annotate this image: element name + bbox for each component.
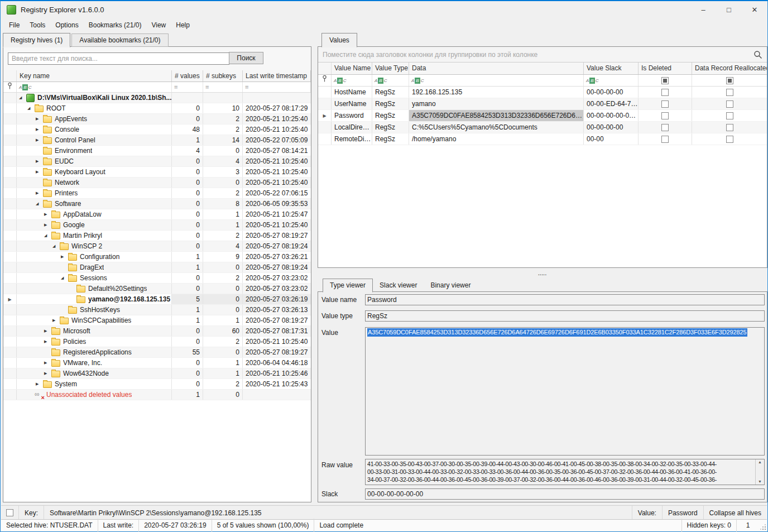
tree-row[interactable]: ▶ Configuration 1 9 2020-05-27 03:26:21 <box>3 252 311 262</box>
expand-icon[interactable]: ▶ <box>52 318 60 323</box>
tree-row[interactable]: Default%20Settings 0 0 2020-05-27 03:23:… <box>3 284 311 294</box>
indeterminate-checkbox[interactable] <box>661 77 669 84</box>
search-icon[interactable] <box>753 50 762 59</box>
search-button[interactable]: Поиск <box>229 52 263 64</box>
column-data[interactable]: Data <box>409 63 584 74</box>
menu-tools[interactable]: Tools <box>25 20 50 31</box>
indeterminate-checkbox[interactable] <box>726 77 733 84</box>
column-key-name[interactable]: Key name <box>17 70 172 82</box>
tree-row[interactable]: ▶ Policies 0 2 2020-05-21 10:25:40 <box>3 337 311 347</box>
vertical-splitter[interactable] <box>311 46 318 502</box>
checkbox[interactable] <box>661 136 669 143</box>
tree-row[interactable]: ▶ Keyboard Layout 0 3 2020-05-21 10:25:4… <box>3 167 311 178</box>
tab-available-bookmarks[interactable]: Available bookmarks (21/0) <box>71 33 168 47</box>
expand-icon[interactable]: ▶ <box>36 170 43 174</box>
expand-icon[interactable]: ▶ <box>44 371 51 376</box>
tree-row[interactable]: ▶ Google 0 1 2020-05-21 10:25:40 <box>3 220 311 231</box>
key-name-filter[interactable] <box>17 82 172 92</box>
raw-value-field[interactable]: 41-00-33-00-35-00-43-00-37-00-30-00-35-0… <box>365 459 765 485</box>
tree-row[interactable]: ▶ WinSCPCapabilities 1 1 2020-05-27 08:1… <box>3 315 311 326</box>
tree-row[interactable]: ▶ AppEvents 0 2 2020-05-21 10:25:40 <box>3 114 311 124</box>
checkbox[interactable] <box>726 136 733 143</box>
tree-row[interactable]: RegisteredApplications 55 0 2020-05-27 0… <box>3 347 311 358</box>
column-is-deleted[interactable]: Is Deleted <box>639 63 692 74</box>
menu-options[interactable]: Options <box>50 20 83 31</box>
horizontal-splitter[interactable] <box>318 270 767 278</box>
menu-file[interactable]: File <box>4 20 25 31</box>
value-name-filter[interactable] <box>332 75 372 86</box>
search-input[interactable] <box>8 52 229 65</box>
tree-row[interactable]: ◢ Software 0 8 2020-06-05 09:35:53 <box>3 199 311 209</box>
timestamp-filter[interactable] <box>243 82 311 92</box>
tree-row[interactable]: ▶ Console 48 2 2020-05-21 10:25:40 <box>3 124 311 135</box>
maximize-button[interactable]: □ <box>716 1 742 18</box>
tree-row[interactable]: ▶ yamano@192.168.125.135 5 0 2020-05-27 … <box>3 294 311 305</box>
tree-row[interactable]: DragExt 1 0 2020-05-27 08:19:24 <box>3 262 311 273</box>
expand-icon[interactable]: ▶ <box>44 223 51 227</box>
tab-registry-hives[interactable]: Registry hives (1) <box>3 33 70 47</box>
tab-slack-viewer[interactable]: Slack viewer <box>373 279 424 292</box>
value-type-filter[interactable] <box>372 75 409 86</box>
checkbox[interactable] <box>726 89 733 96</box>
raw-value-scrollbar[interactable]: ▲ ▼ <box>755 459 764 485</box>
value-field[interactable]: A35C7059DC0FAE8584253D313D32336D656E726D… <box>365 327 765 456</box>
collapse-all-hives-button[interactable]: Collapse all hives <box>704 509 767 517</box>
checkbox[interactable] <box>661 100 669 108</box>
tree-row[interactable]: ◢ D:\VMs\VirtualBox\Kali Linux 2020.1b\S… <box>3 93 311 103</box>
close-button[interactable]: ✕ <box>742 1 767 18</box>
reallocated-filter[interactable] <box>692 75 767 86</box>
expand-icon[interactable]: ▶ <box>61 255 68 259</box>
column-num-values[interactable]: # values <box>172 70 203 82</box>
subkeys-filter[interactable] <box>203 82 243 92</box>
tree-row[interactable]: ▶ Control Panel 1 14 2020-05-22 07:05:09 <box>3 135 311 146</box>
key-checkbox[interactable] <box>6 509 13 516</box>
value-slack-filter[interactable] <box>584 75 639 86</box>
tree-row[interactable]: ▶ AppDataLow 0 1 2020-05-21 10:25:47 <box>3 209 311 220</box>
checkbox[interactable] <box>661 124 669 131</box>
expand-icon[interactable]: ▶ <box>36 191 43 195</box>
menu-view[interactable]: View <box>146 20 171 31</box>
column-value-type[interactable]: Value Type <box>372 63 409 74</box>
tree-row[interactable]: ▶ EUDC 0 4 2020-05-21 10:25:40 <box>3 156 311 167</box>
tree-row[interactable]: ◢ Sessions 0 2 2020-05-27 03:23:02 <box>3 273 311 284</box>
value-type-field[interactable]: RegSz <box>365 310 765 322</box>
tab-binary-viewer[interactable]: Binary viewer <box>424 279 477 292</box>
tree-row[interactable]: SshHostKeys 1 0 2020-05-27 03:26:13 <box>3 305 311 315</box>
tree-row[interactable]: ▶ VMware, Inc. 0 1 2020-06-04 04:46:18 <box>3 358 311 368</box>
tree-row[interactable]: ▶ System 0 2 2020-05-21 10:25:43 <box>3 379 311 390</box>
checkbox[interactable] <box>726 112 733 119</box>
tree-row[interactable]: ◢ WinSCP 2 0 4 2020-05-27 08:19:24 <box>3 241 311 252</box>
expand-icon[interactable]: ▶ <box>36 159 43 164</box>
value-row[interactable]: HostName RegSz 192.168.125.135 00-00-00-… <box>318 87 767 98</box>
slack-field[interactable]: 00-00-00-00-00-00 <box>365 488 765 500</box>
expand-icon[interactable]: ◢ <box>61 276 68 280</box>
tab-type-viewer[interactable]: Type viewer <box>323 279 373 293</box>
tree-row[interactable]: ◢ ROOT 0 10 2020-05-27 08:17:29 <box>3 103 311 114</box>
expand-icon[interactable]: ◢ <box>36 202 43 206</box>
column-data-record-reallocated[interactable]: Data Record Reallocated <box>692 63 767 74</box>
group-by-bar[interactable]: Поместите сюда заголовок колонки для гру… <box>318 47 767 63</box>
expand-icon[interactable]: ▶ <box>36 127 43 132</box>
data-filter[interactable] <box>409 75 584 86</box>
menu-help[interactable]: Help <box>171 20 195 31</box>
value-row[interactable]: RemoteDirectory RegSz /home/yamano 00-00 <box>318 133 767 145</box>
scroll-up-icon[interactable]: ▲ <box>758 459 762 465</box>
tree-row[interactable]: ▶ Microsoft 0 60 2020-05-27 08:17:31 <box>3 326 311 337</box>
resize-grip[interactable] <box>759 523 767 531</box>
tree-row[interactable]: Network 0 0 2020-05-21 10:25:40 <box>3 178 311 188</box>
expand-icon[interactable]: ▶ <box>36 117 43 121</box>
expand-icon[interactable]: ▶ <box>44 339 51 344</box>
checkbox[interactable] <box>661 112 669 119</box>
expand-icon[interactable]: ◢ <box>52 244 60 248</box>
expand-icon[interactable]: ▶ <box>44 361 51 365</box>
expand-icon[interactable]: ▶ <box>36 382 43 386</box>
tree-row[interactable]: Environment 4 0 2020-05-27 08:14:21 <box>3 146 311 156</box>
value-name-field[interactable]: Password <box>365 294 765 305</box>
tab-values[interactable]: Values <box>321 33 357 47</box>
tree-row[interactable]: ◢ Martin Prikryl 0 2 2020-05-27 08:19:27 <box>3 231 311 241</box>
tree-row[interactable]: Unassociated deleted values 1 0 <box>3 390 311 400</box>
column-value-name[interactable]: Value Name <box>332 63 372 74</box>
checkbox[interactable] <box>661 89 669 96</box>
value-row[interactable]: ▶ Password RegSz A35C7059DC0FAE8584253D3… <box>318 110 767 122</box>
column-num-subkeys[interactable]: # subkeys <box>203 70 243 82</box>
